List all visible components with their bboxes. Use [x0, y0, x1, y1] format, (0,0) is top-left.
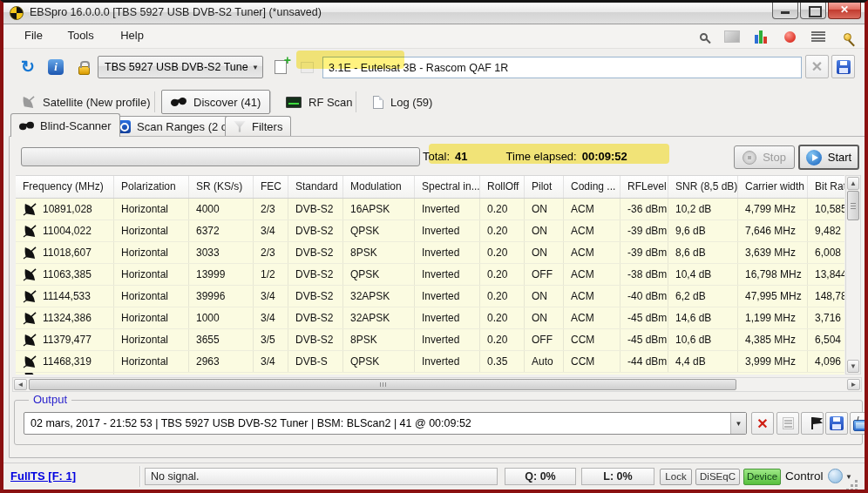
chevron-down-icon[interactable]: ▼: [845, 473, 852, 481]
column-header[interactable]: RollOff: [480, 176, 525, 198]
column-header[interactable]: SR (KS/s): [189, 176, 254, 198]
table-cell: 0.35: [480, 351, 525, 372]
info-button[interactable]: i: [44, 55, 68, 79]
chevron-down-icon: ▼: [248, 57, 262, 78]
column-header[interactable]: Coding ...: [564, 176, 620, 198]
record-icon[interactable]: [781, 29, 798, 44]
search-icon[interactable]: [695, 29, 712, 44]
horizontal-scroll-thumb[interactable]: [29, 379, 736, 390]
table-row[interactable]: 11018,607Horizontal30332/3DVB-S28PSKInve…: [16, 242, 844, 264]
lock-button[interactable]: [71, 55, 96, 79]
table-cell: 10891,028: [16, 199, 114, 219]
vertical-scrollbar[interactable]: ▲ ▼: [845, 175, 861, 375]
menu-file[interactable]: File: [23, 25, 44, 45]
table-cell: Inverted: [415, 307, 480, 328]
flag-button[interactable]: [801, 412, 824, 435]
column-header[interactable]: Modulation: [343, 176, 415, 198]
satellite-dish-icon: [21, 96, 36, 109]
tab-rf-scan[interactable]: RF Scan: [277, 90, 362, 114]
refresh-button[interactable]: ↻: [16, 55, 40, 79]
device-button[interactable]: Device: [743, 469, 781, 485]
scroll-left-icon[interactable]: ◄: [14, 379, 27, 390]
table-body: 10891,028Horizontal40002/3DVB-S216APSKIn…: [16, 199, 844, 375]
column-header[interactable]: Polarization: [114, 176, 189, 198]
tv-button[interactable]: [850, 412, 868, 435]
table-cell: 3/4: [254, 307, 288, 328]
output-select[interactable]: 02 mars, 2017 - 21:52 53 | TBS 5927 USB …: [24, 412, 747, 435]
column-header[interactable]: Pilot: [525, 176, 564, 198]
snapshot-icon[interactable]: [723, 29, 741, 44]
table-cell: 4,4 dB: [668, 351, 738, 372]
lock-status-button[interactable]: Lock: [660, 469, 692, 485]
stop-button[interactable]: Stop: [734, 145, 795, 169]
clear-input-button[interactable]: ✕: [805, 55, 829, 78]
table-cell: CCM: [564, 329, 620, 350]
table-row[interactable]: 11379,477Horizontal36553/5DVB-S28PSKInve…: [16, 329, 844, 351]
table-cell: ON: [525, 220, 564, 241]
tab-log[interactable]: Log (59): [364, 90, 441, 114]
table-row[interactable]: 11468,319Horizontal29633/4DVB-SQPSKInver…: [16, 351, 844, 373]
maximize-button[interactable]: [800, 3, 826, 19]
satellite-dish-icon: [23, 290, 37, 303]
table-row[interactable]: 10891,028Horizontal40002/3DVB-S216APSKIn…: [16, 199, 844, 220]
scroll-down-icon[interactable]: ▼: [847, 360, 859, 373]
column-header[interactable]: Spectral in...: [415, 176, 480, 198]
task-list-icon[interactable]: [810, 29, 827, 44]
results-table: Frequency (MHz)PolarizationSR (KS/s)FECS…: [16, 175, 844, 375]
table-row[interactable]: 11063,385Horizontal139991/2DVB-S2QPSKInv…: [16, 264, 844, 286]
table-row[interactable]: 11324,386Horizontal10003/4DVB-S232APSKIn…: [16, 307, 844, 329]
start-button[interactable]: Start: [798, 145, 859, 170]
title-bar[interactable]: EBSpro 16.0.0.0 [TBS 5927 USB DVB-S2 Tun…: [3, 3, 865, 24]
satellite-dish-icon: [23, 334, 37, 347]
column-header[interactable]: RFLevel: [620, 176, 668, 198]
signal-status: No signal.: [145, 468, 498, 485]
table-cell: Horizontal: [114, 351, 189, 372]
column-header[interactable]: SNR (8,5 dB): [668, 176, 738, 198]
scroll-up-icon[interactable]: ▲: [847, 177, 859, 190]
table-row[interactable]: 11004,022Horizontal63723/4DVB-S2QPSKInve…: [16, 220, 844, 242]
device-select[interactable]: TBS 5927 USB DVB-S2 Tuner ▼: [98, 56, 263, 78]
table-cell: CCM: [564, 351, 620, 372]
close-button[interactable]: ✕: [828, 3, 861, 19]
menu-tools[interactable]: Tools: [65, 25, 95, 45]
tab-filters[interactable]: Filters: [225, 116, 291, 136]
table-cell: ON: [525, 242, 564, 263]
menu-help[interactable]: Help: [119, 25, 146, 45]
scroll-right-icon[interactable]: ►: [847, 379, 860, 390]
table-cell: DVB-S2: [288, 264, 343, 285]
resize-grip[interactable]: [855, 480, 858, 483]
save-output-button[interactable]: [825, 412, 848, 435]
tab-satellite[interactable]: Satellite (New profile): [12, 90, 159, 114]
table-cell: ACM: [564, 286, 620, 307]
column-header[interactable]: Bit Rat: [808, 176, 844, 198]
pin-icon[interactable]: [838, 29, 856, 44]
control-label: Control: [785, 469, 824, 483]
column-header[interactable]: Carrier width: [738, 176, 808, 198]
column-header[interactable]: Frequency (MHz): [16, 176, 114, 198]
table-cell: 8PSK: [343, 329, 415, 350]
new-profile-button[interactable]: [268, 55, 293, 79]
rf-scan-icon: [286, 97, 302, 108]
satellite-dish-icon: [23, 312, 37, 325]
chart-icon[interactable]: [752, 29, 770, 44]
column-header[interactable]: Standard: [288, 176, 343, 198]
rename-button[interactable]: [295, 55, 319, 79]
table-row[interactable]: 11144,533Horizontal399963/4DVB-S232APSKI…: [16, 286, 844, 307]
table-cell: 39996: [189, 286, 254, 307]
save-profile-button[interactable]: [831, 55, 855, 78]
column-header[interactable]: FEC: [254, 176, 288, 198]
output-list-button[interactable]: [776, 412, 799, 435]
fullts-link[interactable]: FullTS [F: 1]: [10, 469, 76, 483]
tab-discover[interactable]: Discover (41): [161, 90, 270, 114]
horizontal-scrollbar[interactable]: ◄ ►: [12, 377, 862, 392]
control-icon[interactable]: [828, 469, 843, 483]
table-cell: Horizontal: [114, 329, 189, 350]
delete-output-button[interactable]: ✕: [751, 412, 774, 435]
diseqc-button[interactable]: DiSEqC: [695, 469, 740, 485]
satellite-dish-icon: [23, 268, 37, 281]
minimize-button[interactable]: [772, 3, 798, 19]
table-cell: Inverted: [415, 264, 480, 285]
tab-blind-scanner[interactable]: Blind-Scanner: [10, 113, 120, 137]
vertical-scroll-thumb[interactable]: [847, 191, 859, 220]
satellite-input[interactable]: [322, 57, 802, 78]
